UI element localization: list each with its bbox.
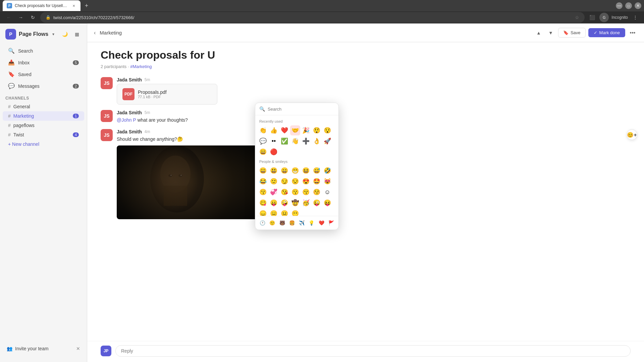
- emoji-smiley[interactable]: 😃: [269, 166, 279, 176]
- sidebar-item-saved[interactable]: 🔖 Saved: [3, 68, 84, 80]
- emoji-kissing-smiling[interactable]: 😙: [301, 187, 311, 197]
- emoji-kissing[interactable]: 😘: [279, 187, 289, 197]
- moon-icon-button[interactable]: 🌙: [60, 29, 69, 39]
- emoji-no-mouth[interactable]: 😶: [290, 208, 300, 216]
- layout-icon-button[interactable]: ▦: [72, 29, 82, 39]
- category-people-button[interactable]: 🙂: [268, 218, 277, 228]
- emoji-ok[interactable]: 👌: [312, 136, 322, 146]
- new-channel-button[interactable]: + New channel: [3, 139, 84, 149]
- emoji-expressionless[interactable]: 😑: [269, 208, 279, 216]
- maximize-button[interactable]: □: [625, 2, 632, 9]
- profile-button[interactable]: G: [599, 13, 609, 22]
- emoji-handshake[interactable]: 🤝: [290, 125, 300, 135]
- emoji-kissing2[interactable]: 😗: [290, 187, 300, 197]
- messages-badge: 2: [73, 84, 79, 88]
- emoji-heart[interactable]: ❤️: [279, 125, 289, 135]
- new-tab-button[interactable]: +: [82, 1, 91, 10]
- menu-button[interactable]: ⋮: [631, 13, 640, 22]
- category-nature-button[interactable]: 🐻: [278, 218, 287, 228]
- forward-button[interactable]: →: [16, 13, 25, 22]
- emoji-plus[interactable]: ➕: [301, 136, 311, 146]
- emoji-thumbsup[interactable]: 👍: [269, 125, 279, 135]
- emoji-rocket[interactable]: 🚀: [322, 136, 332, 146]
- sidebar-item-search[interactable]: 🔍 Search: [3, 45, 84, 57]
- category-flags-button[interactable]: 🚩: [327, 218, 336, 228]
- image-attachment: [117, 145, 264, 219]
- emoji-joy[interactable]: 😂: [258, 176, 268, 186]
- tab-close-button[interactable]: ✕: [71, 3, 76, 8]
- emoji-partying[interactable]: 🥳: [301, 198, 311, 208]
- add-reaction-button[interactable]: 😊+: [627, 129, 637, 140]
- category-travel-button[interactable]: ✈️: [297, 218, 306, 228]
- active-tab[interactable]: P Check proposals for Upsells · Pa... ✕: [3, 0, 80, 11]
- nav-up-button[interactable]: ▲: [534, 28, 543, 38]
- address-bar[interactable]: 🔒 twist.com/a/225310/ch/702222/t/5732666…: [40, 12, 585, 23]
- emoji-grin[interactable]: 😄: [258, 147, 268, 157]
- category-objects-button[interactable]: 💡: [307, 218, 316, 228]
- emoji-heart-eyes[interactable]: 😍: [301, 176, 311, 186]
- invite-team-button[interactable]: 👥 Invite your team ✕: [3, 343, 84, 354]
- mark-done-button[interactable]: ✓ Mark done: [588, 28, 625, 37]
- emoji-astonished[interactable]: 😲: [312, 125, 322, 135]
- category-symbols-button[interactable]: ❤️: [317, 218, 326, 228]
- emoji-wave[interactable]: 👋: [290, 136, 300, 146]
- invite-close-icon[interactable]: ✕: [76, 346, 80, 351]
- thread-tag[interactable]: #Marketing: [130, 64, 152, 69]
- close-window-button[interactable]: ✕: [635, 2, 641, 9]
- sidebar-item-label: Messages: [18, 83, 40, 89]
- file-attachment[interactable]: PDF Proposals.pdf 77.1 kB · PDF: [117, 84, 217, 105]
- reply-input[interactable]: [115, 345, 631, 357]
- emoji-smiling-cat[interactable]: 😻: [322, 176, 332, 186]
- emoji-smile[interactable]: 😄: [279, 166, 289, 176]
- emoji-speech[interactable]: 💬: [258, 136, 268, 146]
- save-button[interactable]: 🔖 Save: [558, 28, 586, 38]
- minimize-button[interactable]: —: [616, 2, 623, 9]
- emoji-red-circle[interactable]: 🔴: [269, 147, 279, 157]
- emoji-yum[interactable]: 😋: [258, 198, 268, 208]
- emoji-search-input[interactable]: [268, 107, 334, 112]
- emoji-winking[interactable]: 😜: [312, 198, 322, 208]
- emoji-hushed[interactable]: 😯: [322, 125, 332, 135]
- emoji-zany[interactable]: 🤪: [279, 198, 289, 208]
- mention[interactable]: @John P: [117, 117, 136, 123]
- emoji-check[interactable]: ✅: [279, 136, 289, 146]
- category-food-button[interactable]: 🍔: [287, 218, 297, 228]
- sidebar-item-inbox[interactable]: 📥 Inbox 5: [3, 57, 84, 68]
- emoji-disappointed[interactable]: 😞: [258, 208, 268, 216]
- emoji-kissing-closed-eyes[interactable]: 😚: [312, 187, 322, 197]
- participants-text: 2 participants: [101, 64, 126, 69]
- emoji-squinting-tongue[interactable]: 😝: [322, 198, 332, 208]
- nav-down-button[interactable]: ▼: [546, 28, 555, 38]
- emoji-beaming[interactable]: 😁: [290, 166, 300, 176]
- bookmark-icon[interactable]: ☆: [575, 15, 579, 20]
- emoji-star-struck[interactable]: 🤩: [312, 176, 322, 186]
- reload-button[interactable]: ↻: [28, 13, 38, 22]
- extensions-button[interactable]: ⬛: [587, 13, 597, 22]
- channel-item-twist[interactable]: # Twist 4: [3, 130, 84, 139]
- channel-item-marketing[interactable]: # Marketing 1: [3, 111, 84, 121]
- emoji-unamused[interactable]: 😒: [290, 176, 300, 186]
- emoji-rofl[interactable]: 🤣: [322, 166, 332, 176]
- back-arrow-button[interactable]: ‹: [94, 30, 96, 36]
- emoji-clapping[interactable]: 👏: [258, 125, 268, 135]
- emoji-laughing[interactable]: 😆: [301, 166, 311, 176]
- channel-item-general[interactable]: # General: [3, 102, 84, 111]
- file-meta: 77.1 kB · PDF: [138, 95, 167, 99]
- emoji-kissing-heart[interactable]: 😗: [258, 187, 268, 197]
- emoji-confetti[interactable]: 🎉: [301, 125, 311, 135]
- emoji-smirk[interactable]: 😏: [279, 176, 289, 186]
- emoji-slightly-smiling[interactable]: 🙂: [269, 176, 279, 186]
- emoji-dots[interactable]: ••: [269, 136, 279, 146]
- sidebar-item-messages[interactable]: 💬 Messages 2: [3, 80, 84, 92]
- emoji-relaxed[interactable]: ☺️: [322, 187, 332, 197]
- emoji-stuck-out-tongue[interactable]: 😛: [269, 198, 279, 208]
- emoji-grinning[interactable]: 😀: [258, 166, 268, 176]
- emoji-sweat-smile[interactable]: 😅: [312, 166, 322, 176]
- emoji-cowboy[interactable]: 🤠: [290, 198, 300, 208]
- emoji-revolving-hearts[interactable]: 💞: [269, 187, 279, 197]
- back-button[interactable]: ←: [4, 13, 13, 22]
- emoji-neutral[interactable]: 😐: [279, 208, 289, 216]
- channel-item-pageflows[interactable]: # pageflows: [3, 121, 84, 130]
- category-recent-button[interactable]: 🕐: [258, 218, 267, 228]
- more-options-button[interactable]: •••: [628, 28, 637, 38]
